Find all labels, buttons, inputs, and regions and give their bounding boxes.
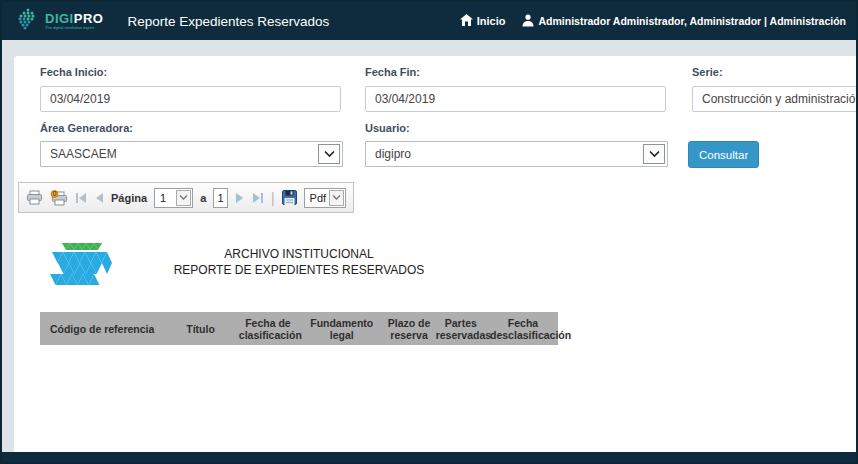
app-window: DIGIPRO The digital revolution expert Re…: [0, 0, 858, 464]
last-page-icon[interactable]: [252, 192, 264, 204]
user-label: Administrador Administrador, Administrad…: [539, 15, 846, 27]
fecha-inicio-label: Fecha Inicio:: [40, 66, 107, 78]
serie-input[interactable]: [692, 86, 856, 112]
nav-home[interactable]: Inicio: [460, 14, 506, 28]
page-title: Reporte Expedientes Reservados: [127, 14, 329, 29]
usuario-value: digipro: [366, 147, 643, 161]
user-icon: [522, 14, 534, 29]
toolbar-separator: |: [271, 190, 275, 206]
report-toolbar: 0 Página 1 a 1 |: [18, 182, 354, 213]
next-page-icon[interactable]: [235, 192, 245, 204]
page-select-value: 1: [155, 192, 176, 204]
export-format-select[interactable]: Pdf: [304, 188, 346, 208]
area-generadora-label: Área Generadora:: [40, 122, 133, 134]
column-header: Código de referencia: [40, 323, 164, 335]
top-header: DIGIPRO The digital revolution expert Re…: [2, 2, 856, 40]
svg-text:0: 0: [53, 190, 57, 197]
report-title-line1: ARCHIVO INSTITUCIONAL: [40, 246, 558, 262]
column-header: Título: [164, 323, 237, 335]
digipro-logo-icon: [16, 7, 40, 35]
column-header: Fecha desclasificación: [488, 317, 558, 341]
of-label: a: [200, 192, 206, 204]
print-setup-icon[interactable]: 0: [50, 190, 68, 206]
report-title: ARCHIVO INSTITUCIONAL REPORTE DE EXPEDIE…: [40, 246, 558, 278]
chevron-down-icon: [176, 190, 191, 206]
area-generadora-select[interactable]: SAASCAEM: [40, 141, 343, 167]
content-panel: Fecha Inicio: Fecha Fin: Serie: Área Gen…: [14, 56, 856, 452]
report-table-header: Código de referencia Título Fecha de cla…: [40, 312, 558, 345]
user-menu[interactable]: Administrador Administrador, Administrad…: [522, 14, 846, 29]
usuario-label: Usuario:: [365, 122, 410, 134]
first-page-icon[interactable]: [75, 192, 87, 204]
fecha-fin-input[interactable]: [365, 86, 666, 112]
column-header: Fecha de clasificación: [237, 317, 299, 341]
pagina-label: Página: [111, 192, 147, 204]
digipro-logo[interactable]: DIGIPRO The digital revolution expert: [16, 7, 103, 35]
chevron-down-icon: [318, 144, 340, 164]
column-header: Fundamento legal: [299, 317, 384, 341]
column-header: Partes reservadas: [434, 317, 488, 341]
chevron-down-icon: [643, 144, 665, 164]
chevron-down-icon: [329, 190, 344, 206]
bottom-bar: [2, 452, 856, 462]
usuario-select[interactable]: digipro: [365, 141, 668, 167]
serie-label: Serie:: [692, 66, 723, 78]
brand-tagline: The digital revolution expert: [45, 26, 103, 30]
area-generadora-value: SAASCAEM: [41, 147, 318, 161]
fecha-fin-label: Fecha Fin:: [365, 66, 420, 78]
print-icon[interactable]: [26, 190, 43, 205]
prev-page-icon[interactable]: [94, 192, 104, 204]
save-export-icon[interactable]: [282, 190, 297, 205]
home-icon: [460, 14, 473, 28]
nav-home-label: Inicio: [477, 15, 506, 27]
brand-name: DIGIPRO: [45, 12, 103, 25]
page-select[interactable]: 1: [154, 188, 193, 208]
column-header: Plazo de reserva: [384, 317, 433, 341]
report-title-line2: REPORTE DE EXPEDIENTES RESERVADOS: [40, 262, 558, 278]
fecha-inicio-input[interactable]: [40, 86, 341, 112]
consultar-button[interactable]: Consultar: [688, 141, 759, 168]
export-format-value: Pdf: [305, 192, 329, 204]
total-pages-box: 1: [213, 188, 228, 208]
